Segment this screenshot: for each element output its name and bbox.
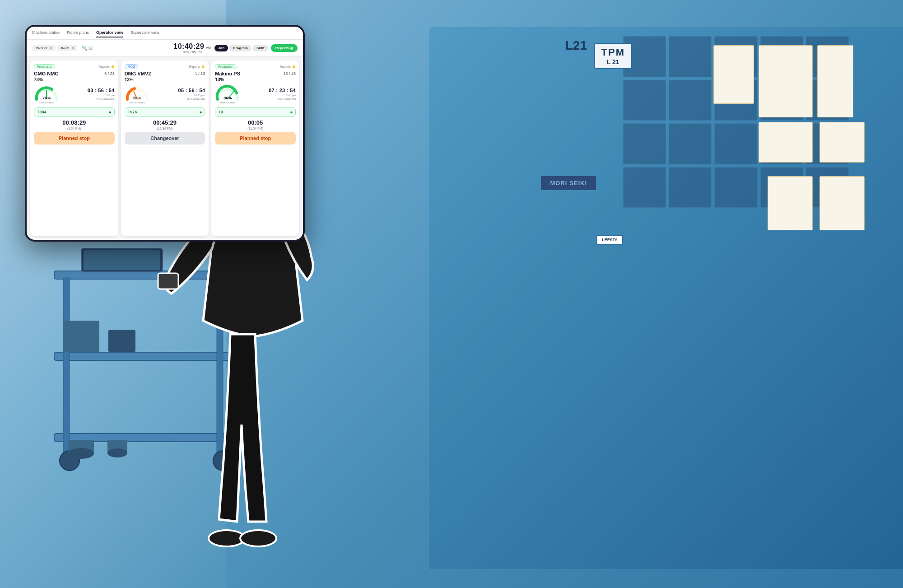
gauge-1: 26%	[125, 84, 150, 101]
filter-icon: ⊟	[89, 46, 93, 51]
card-reports-0[interactable]: Reports 🔔	[98, 65, 115, 69]
countdown-1: 05 : 56 : 54	[178, 88, 205, 93]
filter-tag-remove-1[interactable]: ✕	[71, 46, 74, 50]
leesta-badge: LEESTA	[596, 235, 623, 245]
reports-text-2: Reports	[280, 65, 291, 68]
job-time-1: 00:45:29	[125, 119, 205, 126]
card-badge-0: Production	[34, 64, 55, 69]
status-btn-2[interactable]: Planned stop	[215, 132, 296, 145]
card-count-0: 6 / 23	[104, 71, 115, 76]
notice-paper-6	[819, 176, 865, 230]
countdown-sub-0: 10:45 pm	[103, 94, 115, 97]
notice-paper-2	[713, 45, 754, 104]
cards-container: Production Reports 🔔 GMG NMC 6 / 23 73%	[27, 57, 303, 240]
tab-operator-view[interactable]: Operator view	[96, 30, 123, 37]
time-display: 10:40:29 AM 2024 / 05 / 23	[173, 42, 211, 54]
countdown-sub-2: 10:45 pm	[284, 94, 296, 97]
card-reports-1[interactable]: Reports 🔔	[189, 65, 205, 69]
mori-seiki-label: MORI SEIKI	[541, 176, 596, 190]
card-title-2: Makino PS	[215, 71, 240, 76]
filter-tag-remove-0[interactable]: ✕	[50, 46, 53, 50]
job-tag-0: T384	[37, 110, 47, 114]
card-percent-1: 13%	[125, 77, 205, 82]
pill-program[interactable]: Program	[229, 45, 251, 51]
status-btn-0[interactable]: Planned stop	[34, 132, 115, 145]
tpm-label: TPM L 21	[594, 43, 632, 69]
svg-rect-18	[158, 273, 178, 289]
search-icon: 🔍	[82, 46, 87, 51]
panel-cell	[623, 123, 666, 164]
panel-cell	[623, 167, 666, 208]
countdown-label-0: Time remaining	[96, 98, 115, 100]
gauge-2: 86%	[215, 84, 240, 101]
gauge-val-2: 86%	[223, 96, 232, 100]
job-icon-1: ■	[200, 110, 202, 114]
panel-cell	[669, 167, 712, 208]
svg-point-20	[240, 530, 276, 546]
svg-point-13	[69, 448, 94, 459]
job-box-1: T976 ■	[125, 107, 205, 117]
reports-button[interactable]: Reports	[271, 44, 298, 52]
svg-rect-10	[108, 330, 135, 352]
reports-indicator	[290, 47, 293, 50]
toggle-pills: Job Program Shift	[214, 45, 268, 51]
reports-icon-1: 🔔	[201, 65, 205, 69]
nav-bar: Machine statue Floors plans Operator vie…	[27, 27, 303, 40]
panel-cell	[714, 123, 757, 164]
panel-cell	[623, 80, 666, 121]
card-badge-2: Production	[215, 64, 236, 69]
job-time-2: 00:05	[215, 119, 296, 126]
filter-tags: JN-0000 ✕ JN-BL ✕ 🔍 ⊟	[32, 45, 173, 51]
job-time-sub-1: (11:34 PM)	[125, 127, 205, 130]
gauge-label-2: Performance	[215, 101, 240, 104]
panel-cell	[669, 123, 712, 164]
pill-job[interactable]: Job	[214, 45, 228, 51]
nav-tabs: Machine statue Floors plans Operator vie…	[32, 30, 298, 37]
machine-card-2: Production Reports 🔔 Makino PS 13 / 45 1…	[211, 61, 299, 236]
status-btn-1[interactable]: Changeover	[125, 132, 205, 145]
reports-icon-2: 🔔	[292, 65, 296, 69]
tab-machine-status[interactable]: Machine statue	[32, 30, 60, 37]
machine-card-0: Production Reports 🔔 GMG NMC 6 / 23 73%	[30, 61, 118, 236]
panel-cell	[669, 36, 712, 77]
time-info-0: 03 : 56 : 54 10:45 pm Time remaining	[88, 88, 115, 100]
gauge-label-0: Performance	[34, 101, 59, 104]
tpm-title: TPM	[601, 47, 625, 58]
card-title-0: GMG NMC	[34, 71, 58, 76]
panel-cell	[714, 167, 757, 208]
job-icon-0: ■	[109, 110, 112, 114]
panel-cell	[669, 80, 712, 121]
header-row: JN-0000 ✕ JN-BL ✕ 🔍 ⊟ 10:40:29 AM 2024 /…	[27, 40, 303, 57]
tab-supervisor-view[interactable]: Supervisor view	[130, 30, 159, 37]
countdown-label-1: Time remaining	[186, 98, 205, 100]
notice-paper-4	[759, 122, 813, 163]
reports-label: Reports	[275, 46, 289, 50]
tab-floors-plans[interactable]: Floors plans	[67, 30, 89, 37]
job-box-0: T384 ■	[34, 107, 115, 117]
search-area: 🔍 ⊟	[82, 46, 93, 51]
gauge-label-1: Performance	[125, 101, 150, 104]
gauge-row-1: 26% Performance 05 : 56 : 54 10:45 pm Ti…	[125, 84, 205, 104]
card-reports-2[interactable]: Reports 🔔	[280, 65, 296, 69]
job-time-sub-0: (9:34 PM)	[34, 127, 115, 130]
machine-label-l21: L21	[565, 38, 587, 53]
leesta-label: LEESTA	[602, 238, 618, 242]
filter-tag-1[interactable]: JN-BL ✕	[57, 45, 77, 51]
filter-tag-0[interactable]: JN-0000 ✕	[32, 45, 56, 51]
gauge-val-1: 26%	[133, 96, 141, 100]
card-count-1: 1 / 13	[195, 71, 205, 76]
job-time-0: 00:08:29	[34, 119, 115, 126]
countdown-sub-1: 10:45 pm	[194, 94, 205, 97]
card-count-2: 13 / 45	[283, 71, 296, 76]
notice-paper-5	[819, 122, 865, 163]
machine-card-1: MOG Reports 🔔 DMG VMV2 1 / 13 13%	[121, 61, 209, 236]
gauge-row-0: 76% Performance 03 : 56 : 54 10:45 pm Ti…	[34, 84, 115, 104]
reports-icon-0: 🔔	[111, 65, 115, 69]
time-info-2: 07 : 23 : 54 10:45 pm Time remaining	[269, 88, 296, 100]
gauge-val-0: 76%	[42, 96, 51, 100]
pill-shift[interactable]: Shift	[253, 45, 268, 51]
countdown-0: 03 : 56 : 54	[88, 88, 115, 93]
svg-point-16	[107, 448, 127, 457]
countdown-label-2: Time remaining	[277, 98, 296, 100]
card-title-1: DMG VMV2	[125, 71, 151, 76]
